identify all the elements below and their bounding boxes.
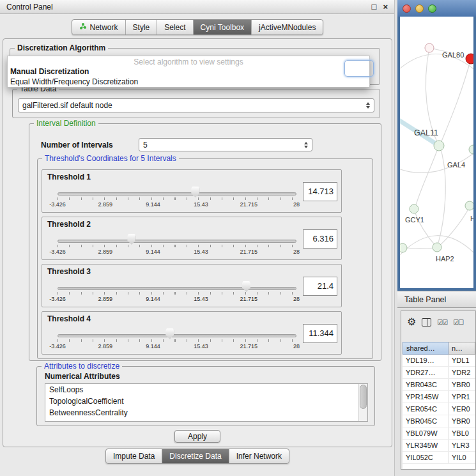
table-row[interactable]: YBR045CYBR0 [403,415,475,427]
table-row[interactable]: YIL052CYIL0 [403,452,475,464]
threshold-1-value-field[interactable]: 14.713 [303,182,337,201]
list-item[interactable]: BetweennessCentrality [45,407,367,418]
network-icon [79,22,87,32]
deselect-icon[interactable]: ☑☐ [453,319,463,326]
select-all-icon[interactable]: ☑☑ [437,319,447,326]
cell[interactable]: YIL052C [403,452,449,463]
slider-tick-marks [58,197,296,200]
tab-style[interactable]: Style [126,20,158,35]
interval-definition-title: Interval Definition [34,119,98,128]
cell[interactable]: YLR3 [449,440,475,451]
table-row[interactable]: YDR27…YDR2 [403,367,475,379]
network-edge [438,207,470,247]
minimize-traffic-light[interactable] [415,4,424,13]
tab-select[interactable]: Select [157,20,193,35]
float-window-icon[interactable]: □ [372,3,377,11]
column-header-name[interactable]: n… [449,342,475,355]
close-window-icon[interactable]: × [383,3,388,11]
cell[interactable]: YDR27… [403,367,449,378]
tick-label: 9.144 [146,343,160,349]
tab-cyni-toolbox[interactable]: Cyni Toolbox [194,20,252,35]
network-node [425,43,434,52]
cell[interactable]: YBR043C [403,379,449,390]
column-header-shared-name[interactable]: shared… [403,342,449,355]
tab-infer-network[interactable]: Infer Network [229,449,289,463]
network-view-window: GAL80 GAL11 GAL4 GCY1 HAP2 H [397,0,476,291]
algorithm-option-manual[interactable]: Manual Discretization [8,66,369,77]
cell[interactable]: YDL1 [449,355,475,366]
algorithm-combobox-focus-ring[interactable] [344,60,374,77]
cell[interactable]: YBR045C [403,415,449,427]
zoom-traffic-light[interactable] [428,4,436,13]
cell[interactable]: YDL19… [403,355,449,366]
network-canvas[interactable]: GAL80 GAL11 GAL4 GCY1 HAP2 H [400,17,473,288]
list-item[interactable]: SelfLoops [45,384,367,395]
combo-stepper-icon [303,142,309,148]
network-node [465,201,473,210]
cell[interactable]: YER0 [449,403,475,415]
apply-button[interactable]: Apply [174,430,220,443]
slider-track[interactable] [58,287,296,290]
tab-discretize-data-label: Discretize Data [169,452,221,461]
tick-label: 21.715 [240,201,257,208]
slider-handle[interactable] [127,234,135,245]
slider-track[interactable] [58,240,296,243]
table-panel-window: ⚙ ☑☑ ☑☐ shared… n… YDL19…YDL1 YDR27…YDR2… [401,311,476,470]
cell[interactable]: YBL079W [403,427,449,439]
tab-discretize-data[interactable]: Discretize Data [162,449,229,463]
table-body: YDL19…YDL1 YDR27…YDR2 YBR043CYBR0 YPR145… [403,355,475,469]
tick-label: 28 [293,296,300,302]
slider-handle[interactable] [191,187,199,197]
slider-track[interactable] [58,192,296,196]
slider-handle[interactable] [165,328,174,339]
node-label-partial: H [470,215,473,222]
tick-label: 9.144 [146,249,160,255]
cell[interactable]: YLR345W [403,440,449,451]
table-row[interactable]: YBR043CYBR0 [403,379,475,391]
node-label-gal80: GAL80 [442,51,464,59]
tick-label: 28 [293,249,300,255]
slider-handle[interactable] [242,281,250,292]
tab-impute-data[interactable]: Impute Data [106,449,162,463]
tick-label: -3.426 [49,201,66,208]
cell[interactable]: YBL0 [449,427,475,439]
tick-label: -3.426 [49,343,66,349]
tab-jactivemnodules[interactable]: jActiveMNodules [252,20,323,35]
scrollbar-thumb[interactable] [360,385,367,409]
list-item[interactable]: TopologicalCoefficient [45,395,367,407]
table-data-combobox[interactable]: galFiltered.sif default node [18,98,374,112]
list-scrollbar[interactable] [358,384,367,421]
table-row[interactable]: YLR345WYLR3 [403,440,475,452]
table-data-value: galFiltered.sif default node [19,99,374,112]
number-of-intervals-label: Number of Intervals [41,141,113,150]
cell[interactable]: YER054C [403,403,449,415]
cell[interactable]: YBR0 [449,379,475,390]
network-edge [440,59,471,144]
algorithm-option-equal-width[interactable]: Equal Width/Frequency Discretization [8,77,369,87]
tab-jactivemnodules-label: jActiveMNodules [259,23,316,32]
table-row[interactable]: YBL079WYBL0 [403,427,475,440]
table-row[interactable]: YPR145WYPR1 [403,391,475,403]
threshold-2-value-field[interactable]: 6.316 [303,229,337,249]
threshold-3-value-field[interactable]: 21.4 [303,277,337,296]
tick-label: 9.144 [146,296,160,302]
cell[interactable]: YPR145W [403,391,449,403]
tab-style-label: Style [133,23,150,32]
slider-track[interactable] [58,334,296,337]
threshold-4-value-field[interactable]: 11.344 [303,324,337,343]
columns-icon[interactable] [422,318,431,326]
table-row[interactable]: YDL19…YDL1 [403,355,475,367]
number-of-intervals-combobox[interactable]: 5 [139,138,312,151]
table-row[interactable]: YER054CYER0 [403,403,475,415]
tab-network[interactable]: Network [72,20,126,35]
cyni-toolbox-panel: Discretization Algorithm Select algorith… [3,38,392,447]
close-traffic-light[interactable] [403,4,411,13]
tick-label: 28 [293,201,300,208]
slider-tick-marks [58,292,296,295]
cell[interactable]: YIL0 [449,452,475,463]
gear-icon[interactable]: ⚙ [407,317,416,327]
algorithm-placeholder: Select algorithm to view settings [8,56,369,66]
cell[interactable]: YBR0 [449,415,475,427]
cell[interactable]: YPR1 [449,391,475,403]
cell[interactable]: YDR2 [449,367,475,378]
